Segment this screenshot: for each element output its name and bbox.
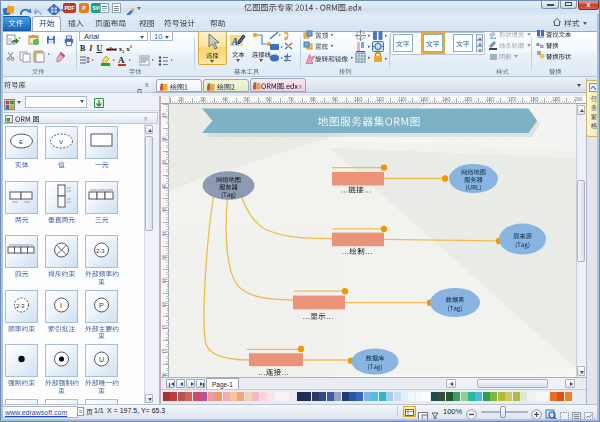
svg-text:P: P (99, 302, 104, 309)
svg-text:I: I (60, 302, 62, 309)
svg-text:2-3: 2-3 (16, 302, 25, 308)
svg-text:b: b (540, 43, 544, 49)
svg-text:A: A (231, 36, 239, 47)
svg-text:U: U (99, 356, 104, 363)
svg-text:...: ... (98, 142, 103, 148)
svg-text:E: E (19, 139, 23, 145)
svg-text:V: V (59, 139, 63, 145)
svg-text:A: A (118, 55, 125, 65)
svg-text:2-3: 2-3 (96, 248, 105, 254)
